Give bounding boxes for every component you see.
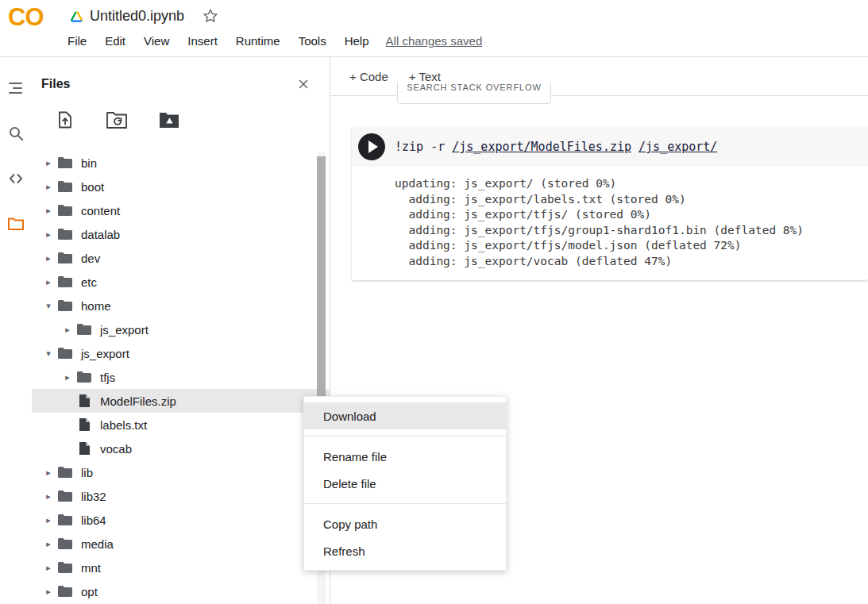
- left-icon-rail: [0, 57, 32, 604]
- tree-item-label: content: [81, 204, 120, 217]
- tree-item-label: ModelFiles.zip: [100, 394, 176, 408]
- tree-item-lib64[interactable]: ▸lib64: [32, 508, 330, 532]
- context-menu-item-copy-path[interactable]: Copy path: [304, 510, 506, 537]
- table-of-contents-icon[interactable]: [6, 79, 25, 98]
- colab-logo[interactable]: CO: [8, 3, 44, 32]
- menu-item-edit[interactable]: Edit: [105, 34, 125, 48]
- context-menu-item-refresh[interactable]: Refresh: [304, 537, 506, 564]
- output-line: adding: js_export/tfjs/model.json (defla…: [395, 238, 868, 254]
- tree-item-label: etc: [81, 275, 97, 289]
- tree-item-dev[interactable]: ▸dev: [32, 246, 330, 270]
- tree-item-ModelFiles.zip[interactable]: ModelFiles.zip: [32, 389, 330, 413]
- tree-item-label: bin: [81, 156, 97, 170]
- tree-item-datalab[interactable]: ▸datalab: [32, 222, 330, 246]
- code-cell: !zip -r /js_export/ModelFiles.zip /js_ex…: [352, 127, 868, 280]
- notebook-title[interactable]: Untitled0.ipynb: [90, 8, 184, 25]
- chevron-right-icon[interactable]: ▸: [40, 158, 57, 168]
- tree-item-label: mnt: [81, 561, 101, 575]
- menu-item-tools[interactable]: Tools: [299, 34, 326, 48]
- menu-item-runtime[interactable]: Runtime: [236, 34, 280, 48]
- chevron-right-icon[interactable]: ▸: [59, 372, 76, 383]
- files-panel: Files ▸bin▸boot▸content▸datalab▸dev▸etc▾…: [32, 57, 330, 604]
- tree-item-label: js_export: [81, 347, 129, 360]
- code-path-link[interactable]: /js_export/: [638, 140, 717, 154]
- chevron-right-icon[interactable]: ▸: [40, 539, 57, 549]
- menu-item-file[interactable]: File: [68, 34, 87, 48]
- add-text-button[interactable]: + Text: [409, 70, 441, 83]
- chevron-right-icon[interactable]: ▸: [40, 253, 57, 264]
- tree-item-home[interactable]: ▾home: [32, 294, 330, 317]
- tree-item-label: opt: [81, 585, 98, 598]
- save-status[interactable]: All changes saved: [386, 34, 483, 48]
- folder-icon: [57, 202, 73, 218]
- context-menu-item-download[interactable]: Download: [304, 402, 506, 429]
- tree-item-boot[interactable]: ▸boot: [32, 175, 330, 198]
- tree-item-lib32[interactable]: ▸lib32: [32, 484, 330, 508]
- add-code-button[interactable]: + Code: [349, 70, 388, 83]
- context-menu: DownloadRename fileDelete fileCopy pathR…: [303, 396, 507, 571]
- tree-item-lib[interactable]: ▸lib: [32, 460, 330, 484]
- star-outline-icon[interactable]: [202, 7, 219, 25]
- code-path-link[interactable]: /js_export/ModelFiles.zip: [452, 140, 631, 154]
- chevron-right-icon[interactable]: ▸: [40, 277, 57, 287]
- tree-item-mnt[interactable]: ▸mnt: [32, 556, 330, 579]
- tree-item-labels.txt[interactable]: labels.txt: [32, 413, 330, 437]
- menu-item-insert[interactable]: Insert: [187, 34, 218, 48]
- chevron-right-icon[interactable]: ▸: [40, 491, 57, 502]
- tree-item-js_export[interactable]: ▸js_export: [32, 317, 330, 341]
- output-line: adding: js_export/vocab (deflated 47%): [395, 254, 868, 270]
- tree-item-label: boot: [81, 180, 104, 194]
- search-icon[interactable]: [6, 124, 25, 143]
- chevron-right-icon[interactable]: ▸: [40, 229, 57, 240]
- file-tree: ▸bin▸boot▸content▸datalab▸dev▸etc▾home▸j…: [32, 151, 330, 603]
- file-icon: [76, 393, 92, 409]
- output-line: adding: js_export/labels.txt (stored 0%): [395, 192, 868, 208]
- tree-item-etc[interactable]: ▸etc: [32, 270, 330, 294]
- chevron-right-icon[interactable]: ▸: [40, 515, 57, 525]
- colab-app: CO Untitled0.ipynb FileEditViewInsertRun…: [0, 0, 868, 604]
- files-icon[interactable]: [6, 214, 25, 233]
- tree-item-vocab[interactable]: vocab: [32, 437, 330, 460]
- context-menu-item-delete-file[interactable]: Delete file: [304, 470, 506, 497]
- tree-item-bin[interactable]: ▸bin: [32, 151, 330, 175]
- chevron-down-icon[interactable]: ▾: [40, 348, 57, 359]
- tree-item-label: datalab: [81, 228, 120, 241]
- refresh-folder-icon[interactable]: [106, 111, 127, 129]
- menu-item-view[interactable]: View: [144, 34, 169, 48]
- search-stack-overflow-button[interactable]: SEARCH STACK OVERFLOW: [397, 82, 551, 104]
- chevron-right-icon[interactable]: ▸: [59, 325, 76, 335]
- folder-icon: [57, 512, 73, 528]
- folder-icon: [57, 274, 73, 290]
- tree-item-label: lib: [81, 466, 93, 479]
- tree-item-content[interactable]: ▸content: [32, 198, 330, 222]
- chevron-right-icon[interactable]: ▸: [40, 206, 57, 216]
- folder-icon: [57, 345, 73, 361]
- tree-item-label: media: [81, 537, 114, 551]
- tree-item-js_export[interactable]: ▾js_export: [32, 341, 330, 365]
- mount-drive-icon[interactable]: [159, 111, 179, 129]
- cell-output: updating: js_export/ (stored 0%) adding:…: [352, 167, 868, 269]
- tree-item-opt[interactable]: ▸opt: [32, 579, 330, 603]
- menu-item-help[interactable]: Help: [345, 34, 369, 48]
- tree-item-label: js_export: [100, 323, 149, 337]
- folder-icon: [57, 155, 73, 171]
- code-snippets-icon[interactable]: [6, 169, 25, 188]
- tree-item-tfjs[interactable]: ▸tfjs: [32, 365, 330, 389]
- chevron-right-icon[interactable]: ▸: [40, 467, 57, 478]
- folder-icon: [57, 583, 73, 599]
- run-cell-button[interactable]: [358, 133, 385, 160]
- chevron-right-icon[interactable]: ▸: [40, 587, 57, 597]
- folder-icon: [57, 536, 73, 552]
- context-menu-item-rename-file[interactable]: Rename file: [304, 443, 506, 470]
- code-line: !zip -r /js_export/ModelFiles.zip /js_ex…: [395, 140, 717, 154]
- chevron-right-icon[interactable]: ▸: [40, 563, 57, 573]
- chevron-down-icon[interactable]: ▾: [40, 301, 57, 311]
- chevron-right-icon[interactable]: ▸: [40, 182, 57, 192]
- tree-item-label: dev: [81, 252, 100, 265]
- upload-icon[interactable]: [56, 110, 75, 129]
- files-panel-toolbar: [32, 92, 330, 130]
- output-line: adding: js_export/tfjs/group1-shard1of1.…: [395, 223, 868, 239]
- tree-item-media[interactable]: ▸media: [32, 532, 330, 556]
- tree-item-label: home: [81, 299, 111, 313]
- close-icon[interactable]: [296, 77, 311, 91]
